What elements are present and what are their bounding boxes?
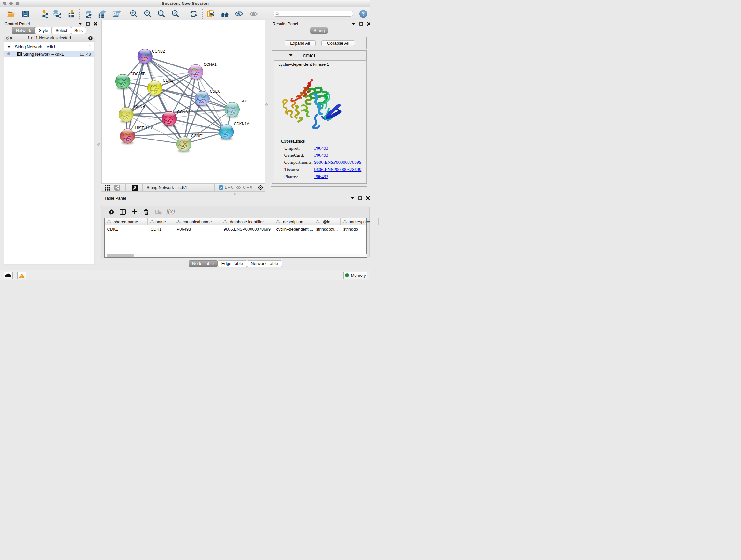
svg-text:CCNA2: CCNA2 [177, 110, 190, 114]
svg-text:CDC6: CDC6 [210, 89, 220, 94]
svg-text:CDK1: CDK1 [163, 78, 173, 83]
svg-text:HIST1H1A: HIST1H1A [135, 126, 153, 130]
svg-text:CCNB1: CCNB1 [134, 105, 147, 109]
svg-text:CCNB2: CCNB2 [152, 49, 165, 54]
svg-text:CDKN1A: CDKN1A [233, 122, 249, 126]
svg-text:CCNE1: CCNE1 [191, 134, 204, 138]
svg-text:CDC25B: CDC25B [130, 72, 145, 76]
svg-text:RB1: RB1 [240, 99, 248, 104]
svg-text:CCNA1: CCNA1 [204, 62, 217, 67]
